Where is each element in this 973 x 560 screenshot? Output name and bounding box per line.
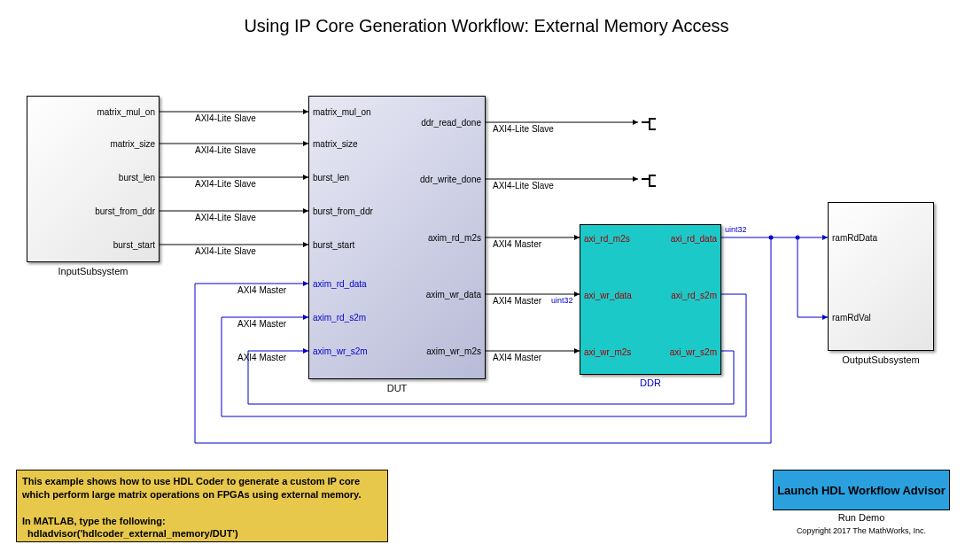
port-in: axi_wr_m2s	[584, 347, 631, 357]
description-note: This example shows how to use HDL Coder …	[16, 470, 388, 542]
run-demo-label: Run Demo	[773, 512, 950, 523]
terminator-icon	[642, 118, 654, 127]
signal-label: AXI4 Master	[493, 239, 541, 249]
block-output-subsystem[interactable]: ramRdData ramRdVal	[828, 202, 934, 351]
signal-label: AXI4-Lite Slave	[195, 246, 256, 256]
signal-label: AXI4 Master	[237, 319, 286, 329]
signal-label: AXI4-Lite Slave	[195, 113, 256, 123]
port-in: axi_wr_data	[584, 291, 632, 300]
block-output-label: OutputSubsystem	[828, 354, 934, 365]
signal-label: AXI4 Master	[237, 285, 286, 295]
port-in: axi_rd_m2s	[584, 234, 630, 244]
port-in: axim_rd_s2m	[313, 313, 366, 323]
signal-datatype: uint32	[551, 296, 573, 305]
port-in: axim_rd_data	[313, 279, 367, 289]
copyright-text: Copyright 2017 The MathWorks, Inc.	[773, 526, 950, 535]
signal-label: AXI4 Master	[493, 296, 541, 306]
note-line: which perform large matrix operations on…	[22, 489, 361, 500]
block-input-subsystem[interactable]: matrix_mul_on matrix_size burst_len burs…	[27, 96, 160, 262]
port-in: ramRdVal	[832, 313, 871, 323]
port-in: burst_start	[313, 240, 354, 250]
block-ddr[interactable]: axi_rd_m2s axi_wr_data axi_wr_m2s axi_rd…	[580, 224, 721, 375]
note-line: hdladvisor('hdlcoder_external_memory/DUT…	[22, 528, 238, 539]
port-out: matrix_size	[110, 139, 155, 149]
signal-label: AXI4-Lite Slave	[493, 181, 554, 191]
port-out: axim_rd_m2s	[428, 233, 481, 243]
block-dut[interactable]: matrix_mul_on matrix_size burst_len burs…	[308, 96, 486, 379]
terminator-icon	[642, 175, 654, 183]
port-out: axi_rd_s2m	[671, 291, 717, 300]
signal-label: AXI4-Lite Slave	[195, 213, 256, 222]
port-out: axi_wr_s2m	[670, 347, 717, 357]
signal-label: AXI4-Lite Slave	[493, 124, 554, 134]
svg-point-11	[796, 236, 800, 240]
port-in: axim_wr_s2m	[313, 346, 368, 356]
launch-hdl-workflow-button[interactable]: Launch HDL Workflow Advisor	[773, 470, 950, 510]
port-out: ddr_read_done	[421, 118, 481, 128]
note-line: In MATLAB, type the following:	[22, 516, 166, 526]
port-in: matrix_size	[313, 139, 358, 149]
port-out: burst_from_ddr	[95, 206, 155, 216]
note-line: This example shows how to use HDL Coder …	[22, 476, 360, 486]
signal-label: AXI4-Lite Slave	[195, 145, 256, 155]
signal-label: AXI4 Master	[237, 353, 286, 362]
signal-label: AXI4 Master	[493, 353, 541, 362]
page-title: Using IP Core Generation Workflow: Exter…	[0, 16, 973, 36]
signal-datatype: uint32	[725, 225, 747, 234]
block-ddr-label: DDR	[580, 377, 721, 388]
port-in: burst_len	[313, 173, 349, 183]
port-out: axim_wr_data	[426, 290, 481, 299]
port-in: matrix_mul_on	[313, 107, 371, 117]
port-out: burst_len	[119, 173, 155, 183]
signal-label: AXI4-Lite Slave	[195, 179, 256, 189]
block-input-label: InputSubsystem	[27, 266, 160, 276]
port-out: axi_rd_data	[671, 234, 717, 244]
svg-point-10	[769, 236, 774, 240]
port-out: axim_wr_m2s	[426, 346, 481, 356]
port-out: burst_start	[113, 240, 155, 250]
port-in: burst_from_ddr	[313, 206, 373, 216]
port-out: matrix_mul_on	[97, 107, 155, 117]
port-out: ddr_write_done	[420, 175, 481, 184]
block-dut-label: DUT	[308, 383, 486, 393]
port-in: ramRdData	[832, 233, 877, 243]
